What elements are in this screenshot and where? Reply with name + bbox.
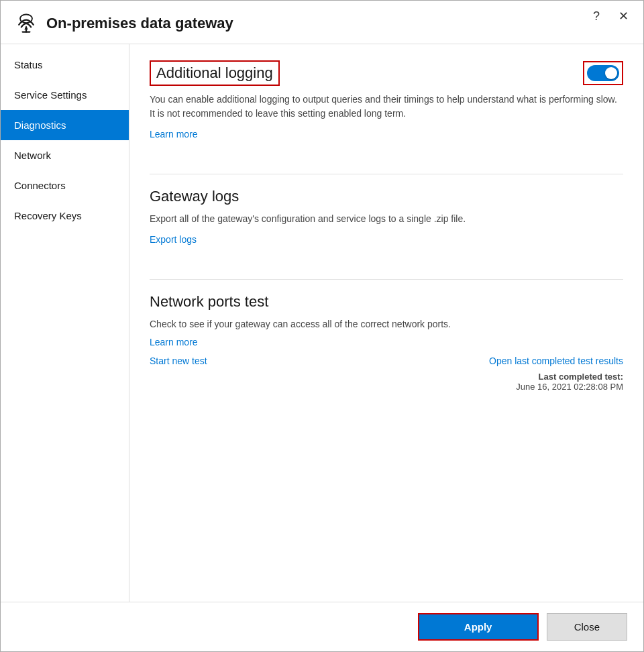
gateway-icon bbox=[14, 11, 38, 36]
additional-logging-title: Additional logging bbox=[150, 60, 280, 86]
help-button[interactable]: ? bbox=[589, 9, 604, 23]
apply-button[interactable]: Apply bbox=[418, 613, 539, 641]
gateway-logs-title: Gateway logs bbox=[150, 188, 623, 205]
close-window-button[interactable]: ✕ bbox=[614, 9, 633, 23]
close-button[interactable]: Close bbox=[547, 613, 627, 641]
app-title: On-premises data gateway bbox=[46, 15, 630, 32]
main-panel: Additional logging You can enable additi… bbox=[129, 44, 643, 602]
sidebar-item-status[interactable]: Status bbox=[1, 50, 129, 80]
additional-logging-toggle-wrapper bbox=[583, 61, 623, 85]
bottom-bar: Apply Close bbox=[1, 602, 643, 651]
sidebar-item-recovery-keys[interactable]: Recovery Keys bbox=[1, 201, 129, 231]
sidebar-item-diagnostics[interactable]: Diagnostics bbox=[1, 110, 129, 140]
gateway-logs-desc: Export all of the gateway's configuratio… bbox=[150, 212, 623, 226]
network-ports-section: Network ports test Check to see if your … bbox=[150, 293, 623, 392]
additional-logging-desc: You can enable additional logging to out… bbox=[150, 93, 623, 121]
title-bar: On-premises data gateway ? ✕ bbox=[1, 1, 643, 44]
additional-logging-toggle[interactable] bbox=[587, 65, 619, 81]
network-ports-title: Network ports test bbox=[150, 293, 623, 311]
network-ports-links-row: Start new test Open last completed test … bbox=[150, 353, 623, 366]
network-ports-desc: Check to see if your gateway can access … bbox=[150, 317, 623, 331]
sidebar-item-network[interactable]: Network bbox=[1, 140, 129, 170]
open-last-results-link[interactable]: Open last completed test results bbox=[489, 356, 623, 366]
divider-1 bbox=[150, 174, 623, 174]
content-area: Status Service Settings Diagnostics Netw… bbox=[1, 44, 643, 602]
divider-2 bbox=[150, 279, 623, 280]
gateway-logs-section: Gateway logs Export all of the gateway's… bbox=[150, 188, 623, 246]
additional-logging-learn-more[interactable]: Learn more bbox=[150, 129, 198, 140]
start-new-test-link[interactable]: Start new test bbox=[150, 356, 207, 366]
window-controls: ? ✕ bbox=[589, 9, 633, 23]
sidebar: Status Service Settings Diagnostics Netw… bbox=[1, 44, 129, 602]
main-window: On-premises data gateway ? ✕ Status Serv… bbox=[0, 0, 644, 652]
additional-logging-header: Additional logging bbox=[150, 60, 623, 86]
sidebar-item-service-settings[interactable]: Service Settings bbox=[1, 80, 129, 110]
last-completed-block: Last completed test: June 16, 2021 02:28… bbox=[150, 372, 623, 392]
spacer bbox=[150, 412, 623, 586]
svg-marker-3 bbox=[24, 26, 28, 30]
svg-point-0 bbox=[20, 15, 32, 23]
network-ports-learn-more[interactable]: Learn more bbox=[150, 337, 623, 347]
sidebar-item-connectors[interactable]: Connectors bbox=[1, 170, 129, 201]
additional-logging-section: Additional logging You can enable additi… bbox=[150, 60, 623, 140]
export-logs-link[interactable]: Export logs bbox=[150, 234, 197, 245]
last-completed-label: Last completed test: bbox=[539, 372, 623, 382]
last-completed-date: June 16, 2021 02:28:08 PM bbox=[516, 382, 623, 392]
toggle-knob bbox=[605, 67, 617, 79]
